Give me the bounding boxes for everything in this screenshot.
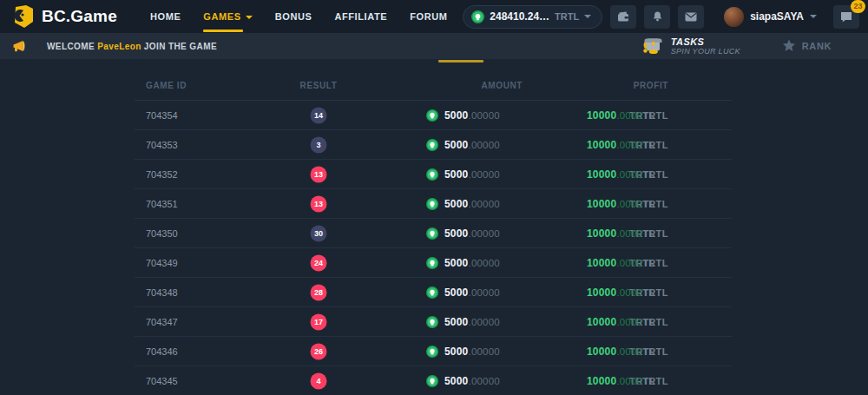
amount-integer: 5000 xyxy=(444,316,469,328)
chevron-down-icon xyxy=(584,15,591,18)
profit-currency: TRTL xyxy=(642,228,672,239)
amount-value: 5000.00000 xyxy=(444,227,500,240)
username: siapaSAYA xyxy=(750,10,804,23)
nav-item-games[interactable]: GAMES xyxy=(203,0,252,33)
wallet-button[interactable] xyxy=(610,5,636,29)
profit-integer: 10000 xyxy=(587,198,616,210)
amount-integer: 5000 xyxy=(444,109,469,122)
game-id: 704345 xyxy=(146,376,178,386)
amount-value: 5000.00000 xyxy=(444,168,500,181)
balance-currency: TRTL xyxy=(555,11,579,22)
profit-decimals: .0000 xyxy=(616,346,642,357)
result-cell: 3 xyxy=(311,136,327,153)
profit-cell: 10000.0000TRTL xyxy=(581,139,668,151)
amount-value: 5000.00000 xyxy=(444,316,500,328)
profit-value: 10000.0000 xyxy=(587,286,642,299)
result-cell: 28 xyxy=(311,284,327,300)
nav-item-forum[interactable]: FORUM xyxy=(410,0,447,33)
profit-decimals: .0000 xyxy=(616,228,642,239)
tasks-widget[interactable]: TASKS SPIN YOUR LUCK xyxy=(641,36,740,56)
result-cell: 30 xyxy=(311,225,327,241)
profit-currency: TRTL xyxy=(642,110,672,121)
announcement-message[interactable]: WELCOME PaveLeon JOIN THE GAME xyxy=(12,40,217,53)
navbar-right: 248410.24… TRTL siapaSAYA xyxy=(463,5,859,29)
amount-decimals: .00000 xyxy=(469,199,500,209)
nav-item-home[interactable]: HOME xyxy=(150,0,181,33)
table-row[interactable]: 704352135000.00000TRTL10000.0000TRTL xyxy=(135,160,732,189)
coin-icon xyxy=(426,257,438,269)
result-cell: 13 xyxy=(311,195,327,212)
profit-currency: TRTL xyxy=(642,169,672,180)
amount-decimals: .00000 xyxy=(469,169,500,180)
table-row[interactable]: 70434545000.00000TRTL10000.0000TRTL xyxy=(135,366,732,395)
notifications-button[interactable] xyxy=(644,5,670,29)
result-cell: 17 xyxy=(311,313,327,330)
result-badge: 13 xyxy=(311,166,327,182)
profit-value: 10000.0000 xyxy=(587,139,642,151)
result-cell: 26 xyxy=(311,343,327,359)
table-row[interactable]: 70435335000.00000TRTL10000.0000TRTL xyxy=(135,130,732,160)
nav-item-bonus[interactable]: BONUS xyxy=(275,0,312,33)
amount-decimals: .00000 xyxy=(469,317,500,327)
megaphone-icon xyxy=(12,40,28,53)
result-badge: 30 xyxy=(311,225,327,241)
table-row[interactable]: 704354145000.00000TRTL10000.0000TRTL xyxy=(135,101,732,130)
result-cell: 4 xyxy=(311,372,327,389)
amount-decimals: .00000 xyxy=(469,228,500,239)
profit-integer: 10000 xyxy=(587,227,616,240)
amount-integer: 5000 xyxy=(444,346,469,358)
table-body: 704354145000.00000TRTL10000.0000TRTL7043… xyxy=(135,101,732,395)
banner-actions: TASKS SPIN YOUR LUCK RANK xyxy=(641,36,832,56)
coin-icon xyxy=(426,198,438,210)
main-content: GAME ID RESULT AMOUNT PROFIT 70435414500… xyxy=(0,59,868,395)
table-row[interactable]: 704350305000.00000TRTL10000.0000TRTL xyxy=(135,219,732,248)
messages-button[interactable] xyxy=(678,5,704,29)
profit-decimals: .0000 xyxy=(616,258,642,268)
table-row[interactable]: 704349245000.00000TRTL10000.0000TRTL xyxy=(135,248,732,278)
profit-integer: 10000 xyxy=(587,346,616,358)
nav-item-label: HOME xyxy=(150,11,181,22)
profit-currency: TRTL xyxy=(642,199,672,209)
amount-integer: 5000 xyxy=(444,168,469,181)
coin-icon xyxy=(471,10,484,23)
result-cell: 24 xyxy=(311,254,327,271)
table-row[interactable]: 704348285000.00000TRTL10000.0000TRTL xyxy=(135,278,732,307)
tasks-title: TASKS xyxy=(671,36,740,48)
result-badge: 17 xyxy=(311,313,327,330)
bets-table: GAME ID RESULT AMOUNT PROFIT 70435414500… xyxy=(135,74,732,395)
table-row[interactable]: 704351135000.00000TRTL10000.0000TRTL xyxy=(135,189,732,219)
result-badge: 3 xyxy=(311,136,327,153)
amount-value: 5000.00000 xyxy=(444,375,500,387)
nav-item-affiliate[interactable]: AFFILIATE xyxy=(334,0,387,33)
amount-decimals: .00000 xyxy=(469,258,500,268)
chat-unread-badge: 23 xyxy=(851,0,865,13)
balance-selector[interactable]: 248410.24… TRTL xyxy=(463,5,602,29)
announcement-banner: WELCOME PaveLeon JOIN THE GAME TASKS SPI… xyxy=(0,33,868,59)
profit-cell: 10000.0000TRTL xyxy=(581,168,668,181)
profit-decimals: .0000 xyxy=(616,376,642,386)
profit-decimals: .0000 xyxy=(616,169,642,180)
header-profit: PROFIT xyxy=(634,81,668,90)
rank-widget[interactable]: RANK xyxy=(782,39,832,52)
result-badge: 26 xyxy=(311,343,327,359)
profit-integer: 10000 xyxy=(587,375,616,387)
result-badge: 28 xyxy=(311,284,327,300)
profit-cell: 10000.0000TRTL xyxy=(581,316,668,328)
chat-button[interactable]: 23 xyxy=(833,5,859,29)
tasks-subtitle: SPIN YOUR LUCK xyxy=(671,47,740,56)
profit-integer: 10000 xyxy=(587,139,616,151)
profit-currency: TRTL xyxy=(642,376,672,386)
profit-integer: 10000 xyxy=(587,316,616,328)
game-id: 704351 xyxy=(146,199,178,209)
profit-decimals: .0000 xyxy=(616,140,642,150)
user-menu[interactable]: siapaSAYA xyxy=(724,7,817,27)
amount-value: 5000.00000 xyxy=(444,286,500,299)
profit-value: 10000.0000 xyxy=(587,316,642,328)
tasks-text: TASKS SPIN YOUR LUCK xyxy=(671,36,740,56)
profit-integer: 10000 xyxy=(587,286,616,299)
amount-decimals: .00000 xyxy=(469,140,500,150)
table-row[interactable]: 704347175000.00000TRTL10000.0000TRTL xyxy=(135,307,732,337)
amount-integer: 5000 xyxy=(444,139,469,151)
brand-logo[interactable]: BC.Game xyxy=(12,4,117,29)
table-row[interactable]: 704346265000.00000TRTL10000.0000TRTL xyxy=(135,337,732,366)
